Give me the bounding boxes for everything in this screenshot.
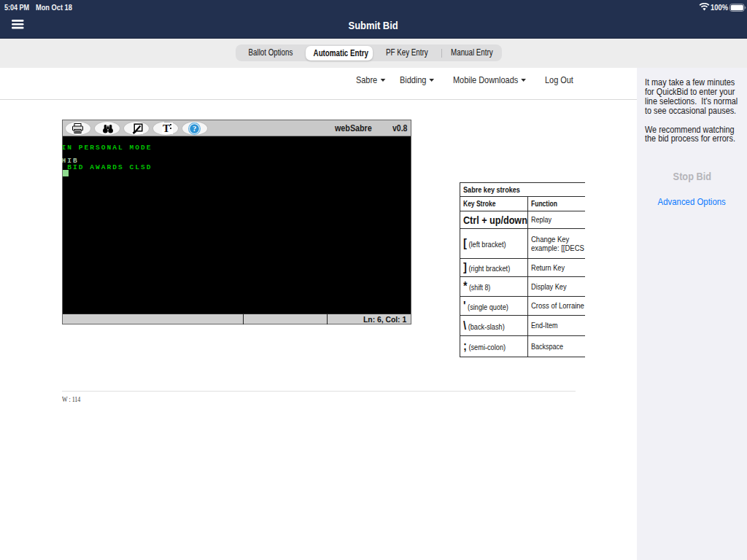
svg-text:?: ? — [193, 125, 196, 133]
